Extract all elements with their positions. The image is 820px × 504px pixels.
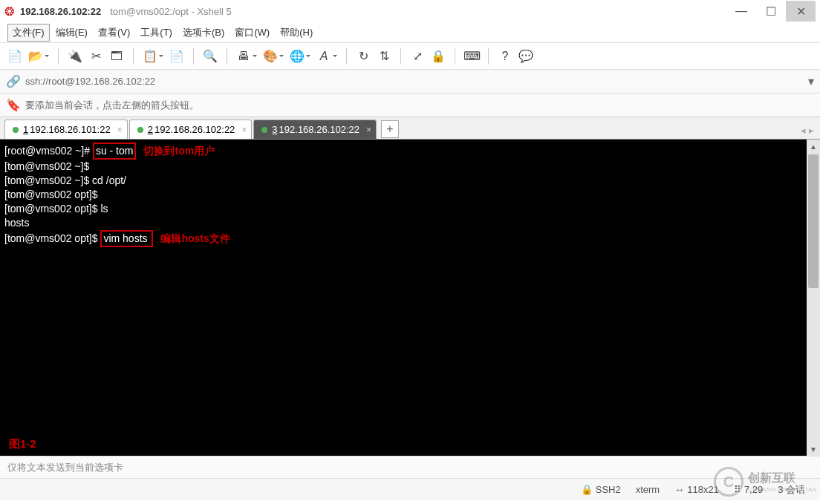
bookmark-icon[interactable]: 🔖	[6, 98, 21, 112]
tab-next-icon[interactable]: ▸	[809, 125, 814, 136]
status-dot-icon	[137, 127, 143, 133]
reconnect-icon[interactable]: 🔌	[66, 48, 84, 65]
address-bar[interactable]: 🔗 ssh://root@192.168.26.102:22 ▾	[0, 70, 820, 94]
separator	[58, 48, 59, 65]
print-icon[interactable]: 🖶	[235, 48, 253, 65]
tab-close-icon[interactable]: ×	[117, 125, 123, 135]
separator	[488, 48, 489, 65]
menu-bar: 文件(F) 编辑(E) 查看(V) 工具(T) 选项卡(B) 窗口(W) 帮助(…	[0, 22, 820, 43]
status-protocol: 🔒SSH2	[581, 484, 621, 495]
minimize-button[interactable]: —	[726, 1, 756, 22]
maximize-button[interactable]: ☐	[756, 1, 786, 22]
chat-icon[interactable]: 💬	[517, 48, 535, 65]
annotation: 切换到tom用户	[143, 145, 215, 157]
title-bar: ❂ 192.168.26.102:22 tom@vms002:/opt - Xs…	[0, 0, 820, 22]
annotation: 编辑hosts文件	[160, 232, 230, 244]
tab-prev-icon[interactable]: ◂	[801, 125, 806, 136]
tab-number: 2	[148, 124, 153, 135]
figure-label: 图1-2	[9, 437, 36, 451]
menu-view[interactable]: 查看(V)	[94, 24, 134, 42]
address-dropdown-icon[interactable]: ▾	[808, 74, 814, 88]
menu-tools[interactable]: 工具(T)	[136, 24, 177, 42]
prompt: [root@vms002 ~]#	[4, 145, 93, 157]
terminal-line: [tom@vms002 ~]$ cd /opt/	[4, 174, 816, 188]
menu-file[interactable]: 文件(F)	[7, 24, 50, 42]
terminal-line: [tom@vms002 opt]$	[4, 188, 816, 202]
scroll-thumb[interactable]	[808, 154, 819, 288]
menu-window[interactable]: 窗口(W)	[230, 24, 274, 42]
paste-icon[interactable]: 📄	[168, 48, 186, 65]
tab-nav: ◂ ▸	[801, 125, 814, 136]
separator	[133, 48, 134, 65]
help-icon[interactable]: ?	[496, 48, 514, 65]
terminal[interactable]: [root@vms002 ~]# su - tom切换到tom用户 [tom@v…	[0, 140, 820, 456]
terminal-line: [tom@vms002 opt]$ ls	[4, 202, 816, 216]
send-bar-text: 仅将文本发送到当前选项卡	[7, 461, 123, 474]
tab-close-icon[interactable]: ×	[366, 125, 371, 135]
terminal-line: [tom@vms002 ~]$	[4, 160, 816, 174]
window-title-sub: tom@vms002:/opt - Xshell 5	[110, 6, 231, 17]
properties-icon[interactable]: 🗔	[108, 48, 126, 65]
font-icon[interactable]: A	[315, 48, 333, 65]
new-session-icon[interactable]: 📄	[6, 48, 24, 65]
tab-add-button[interactable]: +	[381, 120, 399, 138]
tab-label: 192.168.26.101:22	[30, 124, 110, 135]
command-highlight: su - tom	[93, 143, 137, 160]
status-dot-icon	[13, 127, 19, 133]
keyboard-icon[interactable]: ⌨	[463, 48, 481, 65]
transfer-icon[interactable]: ⇅	[375, 48, 393, 65]
hint-text: 要添加当前会话，点击左侧的箭头按钮。	[25, 99, 199, 112]
menu-tab[interactable]: 选项卡(B)	[178, 24, 229, 42]
tab-label: 192.168.26.102:22	[279, 124, 359, 135]
terminal-line: hosts	[4, 216, 816, 230]
lock-icon[interactable]: 🔒	[429, 48, 447, 65]
fullscreen-icon[interactable]: ⤢	[409, 48, 426, 65]
separator	[227, 48, 227, 65]
status-size: ↔118x21	[674, 484, 719, 495]
close-button[interactable]: ✕	[786, 1, 816, 22]
tab-number: 1	[23, 124, 28, 135]
watermark-text-cn: 创新互联	[748, 471, 817, 486]
copy-icon[interactable]: 📋	[141, 48, 159, 65]
color-scheme-icon[interactable]: 🎨	[261, 48, 279, 65]
watermark: C 创新互联 CHUANG XIN HU LIAN	[714, 467, 817, 497]
disconnect-icon[interactable]: ✂	[87, 48, 105, 65]
status-dot-icon	[261, 127, 267, 133]
web-icon[interactable]: 🌐	[288, 48, 306, 65]
menu-help[interactable]: 帮助(H)	[276, 24, 317, 42]
lock-icon: 🔒	[581, 484, 593, 495]
link-icon: 🔗	[6, 74, 21, 88]
separator	[193, 48, 194, 65]
separator	[346, 48, 347, 65]
menu-edit[interactable]: 编辑(E)	[51, 24, 92, 42]
refresh-icon[interactable]: ↻	[354, 48, 372, 65]
toolbar: 📄 📂 🔌 ✂ 🗔 📋 📄 🔍 🖶 🎨 🌐 A ↻ ⇅ ⤢ 🔒 ⌨ ? 💬	[0, 43, 820, 70]
watermark-logo-icon: C	[714, 467, 743, 497]
status-bar: 🔒SSH2 xterm ↔118x21 ⠿7,29 3 会话	[0, 478, 820, 500]
send-bar[interactable]: 仅将文本发送到当前选项卡	[0, 456, 820, 478]
app-icon: ❂	[4, 4, 14, 19]
window-title-main: 192.168.26.102:22	[20, 6, 101, 17]
address-text: ssh://root@192.168.26.102:22	[25, 76, 155, 87]
tab-label: 192.168.26.102:22	[154, 124, 235, 135]
tab-3[interactable]: 3 192.168.26.102:22 ×	[253, 120, 377, 139]
tab-1[interactable]: 1 192.168.26.101:22 ×	[4, 120, 128, 139]
tabs-bar: 1 192.168.26.101:22 × 2 192.168.26.102:2…	[0, 117, 820, 140]
separator	[400, 48, 401, 65]
command-highlight: vim hosts	[100, 230, 153, 247]
watermark-text-en: CHUANG XIN HU LIAN	[748, 486, 817, 493]
open-icon[interactable]: 📂	[27, 48, 45, 65]
scroll-down-icon[interactable]: ▼	[807, 442, 820, 456]
hint-bar: 🔖 要添加当前会话，点击左侧的箭头按钮。	[0, 94, 820, 117]
search-icon[interactable]: 🔍	[201, 48, 219, 65]
prompt: [tom@vms002 opt]$	[4, 232, 100, 244]
separator	[455, 48, 455, 65]
scroll-up-icon[interactable]: ▲	[807, 140, 820, 153]
tab-2[interactable]: 2 192.168.26.102:22 ×	[129, 120, 253, 139]
terminal-scrollbar[interactable]: ▲ ▼	[807, 140, 820, 456]
tab-number: 3	[272, 124, 277, 135]
status-terminal-type: xterm	[636, 484, 660, 495]
size-icon: ↔	[674, 484, 684, 495]
tab-close-icon[interactable]: ×	[241, 125, 247, 135]
